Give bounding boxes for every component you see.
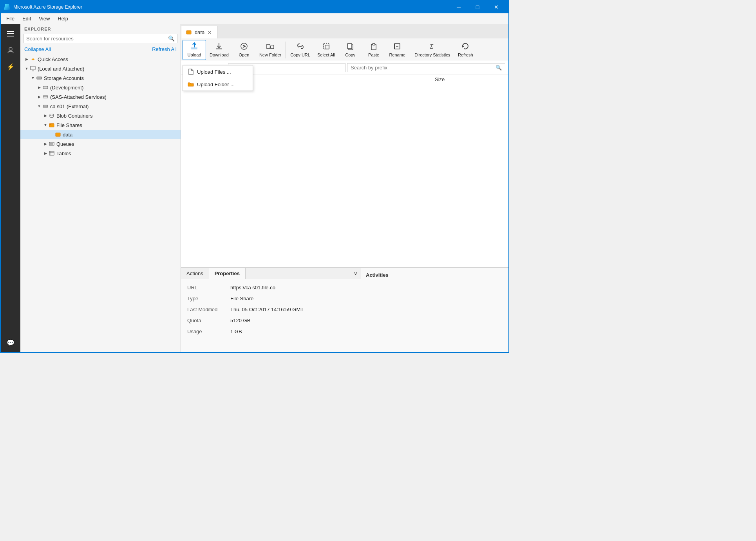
quota-label: Quota bbox=[186, 315, 229, 326]
open-label: Open bbox=[239, 53, 249, 57]
svg-text:Σ: Σ bbox=[429, 43, 434, 50]
rename-label: Rename bbox=[389, 53, 405, 57]
tab-label: data bbox=[195, 29, 204, 35]
tree-local-attached[interactable]: ▼ (Local and Attached) bbox=[20, 64, 181, 73]
copy-icon bbox=[346, 42, 354, 52]
maximize-button[interactable]: □ bbox=[468, 1, 487, 13]
svg-point-16 bbox=[50, 114, 54, 116]
svg-rect-1 bbox=[7, 33, 14, 34]
tab-fileshare-icon bbox=[186, 29, 192, 36]
bottom-tab-arrow[interactable]: ∨ bbox=[351, 268, 361, 279]
tree-label-external: ca s01 (External) bbox=[50, 103, 89, 109]
url-value: https://ca s01.file.co bbox=[229, 282, 356, 293]
upload-folder-label: Upload Folder ... bbox=[197, 82, 235, 87]
upload-icon bbox=[190, 42, 199, 52]
tree-data-item[interactable]: data bbox=[20, 130, 181, 139]
upload-folder-item[interactable]: Upload Folder ... bbox=[183, 78, 253, 91]
new-folder-label: New Folder bbox=[259, 53, 281, 57]
title-bar: Microsoft Azure Storage Explorer ─ □ ✕ bbox=[1, 1, 508, 13]
properties-tab[interactable]: Properties bbox=[209, 268, 246, 279]
prefix-search-bar[interactable]: 🔍 bbox=[347, 63, 505, 72]
tab-bar: data ✕ bbox=[181, 24, 508, 38]
svg-rect-0 bbox=[7, 31, 14, 32]
search-input[interactable] bbox=[26, 36, 168, 42]
new-folder-icon bbox=[266, 42, 275, 52]
feedback-icon-btn[interactable]: 💬 bbox=[3, 335, 18, 350]
actions-tab-label: Actions bbox=[186, 270, 203, 276]
quota-row: Quota 5120 GB bbox=[186, 315, 356, 326]
refresh-button[interactable]: Refresh bbox=[454, 40, 477, 60]
explorer-panel: EXPLORER 🔍 Collapse All Refresh All ▶ ✦ … bbox=[20, 24, 181, 353]
svg-rect-11 bbox=[43, 96, 48, 98]
activities-panel: Activities bbox=[361, 268, 508, 353]
col-size-header[interactable]: Size bbox=[435, 76, 505, 82]
tree-development[interactable]: ▶ (Development) bbox=[20, 83, 181, 92]
usage-label: Usage bbox=[186, 326, 229, 337]
refresh-all-link[interactable]: Refresh All bbox=[152, 46, 177, 52]
tree-storage-accounts[interactable]: ▼ Storage Accounts bbox=[20, 73, 181, 83]
svg-rect-4 bbox=[31, 66, 35, 70]
search-bar[interactable]: 🔍 bbox=[24, 34, 177, 43]
activities-title: Activities bbox=[361, 268, 508, 282]
copy-button[interactable]: Copy bbox=[338, 40, 362, 60]
open-button[interactable]: Open bbox=[232, 40, 256, 60]
hamburger-icon-btn[interactable] bbox=[3, 26, 18, 42]
tree-file-shares[interactable]: ▼ File Shares bbox=[20, 120, 181, 130]
svg-rect-2 bbox=[7, 36, 14, 36]
open-icon bbox=[240, 42, 248, 52]
select-all-icon bbox=[322, 42, 331, 52]
directory-stats-button[interactable]: Σ Directory Statistics bbox=[411, 40, 454, 60]
expand-icon: ▼ bbox=[24, 65, 30, 72]
svg-rect-5 bbox=[32, 71, 34, 71]
tree-queues[interactable]: ▶ Queues bbox=[20, 139, 181, 149]
separator-1 bbox=[286, 42, 286, 58]
plugin-icon-btn[interactable]: ⚡ bbox=[3, 59, 18, 74]
tab-close-button[interactable]: ✕ bbox=[207, 29, 212, 36]
select-all-button[interactable]: Select All bbox=[314, 40, 338, 60]
data-fileshare-icon bbox=[55, 131, 61, 138]
toolbar: Upload Download bbox=[181, 38, 508, 60]
copy-label: Copy bbox=[345, 53, 355, 57]
prefix-search-input[interactable] bbox=[351, 65, 496, 71]
rename-button[interactable]: Rename bbox=[385, 40, 409, 60]
new-folder-button[interactable]: New Folder bbox=[256, 40, 285, 60]
upload-files-item[interactable]: Upload Files ... bbox=[183, 65, 253, 78]
paste-button[interactable]: Paste bbox=[362, 40, 385, 60]
svg-rect-19 bbox=[49, 142, 54, 145]
search-icon: 🔍 bbox=[496, 65, 502, 71]
close-button[interactable]: ✕ bbox=[487, 1, 505, 13]
tree-sas[interactable]: ▶ (SAS-Attached Services) bbox=[20, 92, 181, 102]
copy-url-button[interactable]: Copy URL bbox=[287, 40, 314, 60]
size-col-label: Size bbox=[435, 76, 445, 82]
menu-view[interactable]: View bbox=[35, 14, 54, 23]
upload-button[interactable]: Upload bbox=[183, 40, 206, 60]
copy-url-icon bbox=[296, 42, 305, 52]
menu-help[interactable]: Help bbox=[54, 14, 72, 23]
minimize-button[interactable]: ─ bbox=[450, 1, 468, 13]
expand-icon: ▼ bbox=[42, 122, 49, 128]
download-button[interactable]: Download bbox=[206, 40, 232, 60]
expand-icon: ▶ bbox=[36, 94, 42, 100]
tree-blob-containers[interactable]: ▶ Blob Containers bbox=[20, 111, 181, 120]
usage-value: 1 GB bbox=[229, 326, 356, 337]
tree-quick-access[interactable]: ▶ ✦ Quick Access bbox=[20, 54, 181, 64]
download-icon bbox=[215, 42, 223, 52]
tree-external[interactable]: ▼ ca s01 (External) bbox=[20, 102, 181, 111]
svg-rect-38 bbox=[347, 44, 352, 49]
actions-tab[interactable]: Actions bbox=[181, 268, 209, 279]
paste-label: Paste bbox=[368, 53, 379, 57]
window-controls[interactable]: ─ □ ✕ bbox=[450, 1, 505, 13]
last-modified-value: Thu, 05 Oct 2017 14:16:59 GMT bbox=[229, 304, 356, 315]
upload-files-label: Upload Files ... bbox=[197, 69, 231, 75]
data-tab[interactable]: data ✕ bbox=[181, 26, 217, 38]
bottom-area: Actions Properties ∨ URL https://ca s01.… bbox=[181, 267, 508, 353]
menu-edit[interactable]: Edit bbox=[18, 14, 35, 23]
collapse-all-link[interactable]: Collapse All bbox=[24, 46, 51, 52]
tree-tables[interactable]: ▶ Tables bbox=[20, 149, 181, 158]
tree-label-storage: Storage Accounts bbox=[44, 75, 84, 81]
account-icon-btn[interactable] bbox=[3, 42, 18, 58]
menu-file[interactable]: File bbox=[2, 14, 18, 23]
app-icon bbox=[4, 4, 10, 10]
file-tree: ▶ ✦ Quick Access ▼ (Local and Attached) … bbox=[20, 54, 181, 353]
svg-rect-27 bbox=[191, 48, 197, 49]
